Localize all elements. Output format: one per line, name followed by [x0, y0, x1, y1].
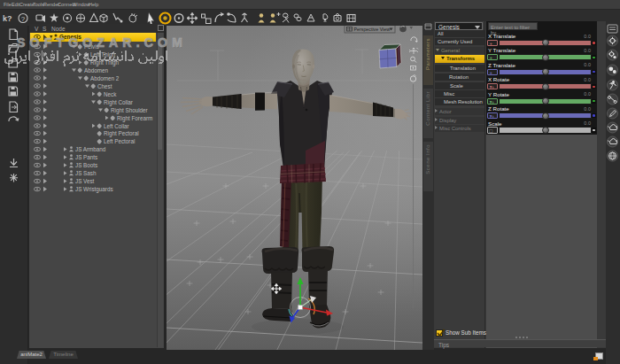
- svg-text:Perspective View: Perspective View: [354, 27, 391, 32]
- svg-text:k?: k?: [3, 14, 12, 23]
- svg-text:?: ?: [21, 15, 26, 23]
